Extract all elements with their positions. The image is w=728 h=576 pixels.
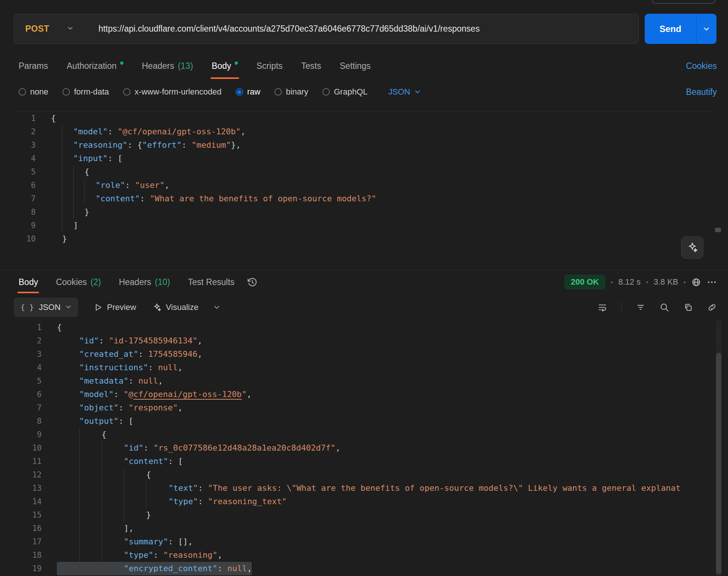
line-number: 10 xyxy=(11,232,36,246)
request-tab-authorization[interactable]: Authorization xyxy=(67,53,123,79)
language-selector[interactable]: JSON xyxy=(389,87,421,97)
method-selector[interactable]: POST xyxy=(14,14,86,44)
code-token: : [ xyxy=(108,152,123,165)
response-scrollbar-thumb[interactable] xyxy=(716,353,721,574)
cookies-link[interactable]: Cookies xyxy=(686,61,717,71)
code-token: : [], xyxy=(168,535,193,548)
code-token: : xyxy=(119,401,129,415)
status-badge: 200 OK xyxy=(564,275,605,289)
indent-guide xyxy=(57,388,68,401)
indent-guide xyxy=(135,468,146,481)
radio-label: raw xyxy=(247,87,260,97)
response-tab-cookies[interactable]: Cookies(2) xyxy=(56,271,101,293)
line-number: 11 xyxy=(11,455,42,468)
code-token: "id" xyxy=(124,441,144,455)
line-number: 5 xyxy=(11,165,36,179)
request-tab-settings[interactable]: Settings xyxy=(340,53,371,79)
line-number: 3 xyxy=(11,348,42,361)
line-number: 9 xyxy=(11,428,42,441)
tab-count: (10) xyxy=(155,277,170,287)
indent-guide xyxy=(68,401,79,415)
code-token: "@ xyxy=(123,388,133,401)
pane-splitter[interactable] xyxy=(0,270,728,271)
tab-label: Headers xyxy=(142,61,174,71)
indent-guide xyxy=(90,481,102,495)
code-line: 13"text": "The user asks: \"What are the… xyxy=(11,481,714,495)
visualize-button[interactable]: Visualize xyxy=(152,303,199,312)
partial-button[interactable] xyxy=(652,0,715,4)
code-token: null xyxy=(158,361,178,374)
send-options-button[interactable] xyxy=(696,26,716,32)
body-type-none[interactable]: none xyxy=(19,87,48,97)
more-views-button[interactable] xyxy=(213,304,220,311)
line-content: } xyxy=(51,205,89,219)
link-button[interactable] xyxy=(707,303,717,312)
code-token: "id" xyxy=(79,334,99,348)
url-input[interactable]: https://api.cloudflare.com/client/v4/acc… xyxy=(86,24,638,34)
response-tab-test-results[interactable]: Test Results xyxy=(188,271,235,293)
preview-button[interactable]: Preview xyxy=(94,303,136,312)
request-tab-body[interactable]: Body xyxy=(212,53,238,79)
response-tab-headers[interactable]: Headers(10) xyxy=(119,271,170,293)
line-content: "reasoning": {"effort": "medium"}, xyxy=(51,138,241,152)
indent-guide xyxy=(102,481,113,495)
indent-guide xyxy=(57,441,68,455)
line-number: 8 xyxy=(11,205,36,219)
code-token: ], xyxy=(124,522,134,535)
indent-guide xyxy=(62,179,73,192)
line-content: ], xyxy=(57,522,134,535)
indent-guide xyxy=(79,548,90,562)
response-history-button[interactable] xyxy=(247,277,257,287)
indent-guide xyxy=(79,428,90,441)
network-info-button[interactable] xyxy=(691,277,701,287)
indent-guide xyxy=(90,522,102,535)
wrap-text-button[interactable] xyxy=(597,303,607,312)
body-type-binary[interactable]: binary xyxy=(274,87,308,97)
filter-button[interactable] xyxy=(636,303,645,312)
request-tab-headers[interactable]: Headers(13) xyxy=(142,53,193,79)
body-type-form-data[interactable]: form-data xyxy=(62,87,109,97)
more-actions-button[interactable] xyxy=(707,277,717,287)
braces-icon: { } xyxy=(20,303,34,312)
send-button[interactable]: Send xyxy=(645,14,716,44)
copy-button[interactable] xyxy=(683,303,693,312)
body-type-graphql[interactable]: GraphQL xyxy=(322,87,368,97)
body-type-raw[interactable]: raw xyxy=(236,87,260,97)
indent-guide xyxy=(51,192,62,205)
indent-guide xyxy=(62,138,73,152)
indent-guide xyxy=(102,522,113,535)
line-content: "instructions": null, xyxy=(57,361,183,374)
response-format-selector[interactable]: { } JSON xyxy=(14,298,78,317)
request-tab-tests[interactable]: Tests xyxy=(301,53,321,79)
response-tab-body[interactable]: Body xyxy=(19,271,38,293)
indent-guide xyxy=(102,535,113,548)
request-tab-params[interactable]: Params xyxy=(19,53,48,79)
request-tab-scripts[interactable]: Scripts xyxy=(257,53,283,79)
indent-guide xyxy=(51,165,62,179)
indent-guide xyxy=(57,495,68,508)
indent-guide xyxy=(113,562,124,575)
indent-guide xyxy=(90,495,102,508)
code-line: 3"reasoning": {"effort": "medium"}, xyxy=(11,138,717,152)
indent-guide xyxy=(157,481,168,495)
request-tabs: ParamsAuthorizationHeaders(13)BodyScript… xyxy=(19,53,371,79)
code-token: "text" xyxy=(168,481,198,495)
code-line: 16], xyxy=(11,522,714,535)
postbot-button[interactable] xyxy=(681,236,703,259)
indent-guide xyxy=(57,522,68,535)
response-scrollbar[interactable] xyxy=(716,321,722,576)
search-button[interactable] xyxy=(660,303,669,312)
body-type-x-www-form-urlencoded[interactable]: x-www-form-urlencoded xyxy=(123,87,222,97)
indent-guide xyxy=(102,508,113,522)
line-content: } xyxy=(57,508,151,522)
indent-guide xyxy=(90,428,102,441)
request-editor-scrollbar-thumb[interactable] xyxy=(715,228,721,232)
line-number: 4 xyxy=(11,152,36,165)
beautify-link[interactable]: Beautify xyxy=(686,87,717,97)
line-content: "metadata": null, xyxy=(57,374,163,388)
code-token: : xyxy=(114,388,124,401)
request-body-editor[interactable]: 1{2"model": "@cf/openai/gpt-oss-120b",3"… xyxy=(11,111,717,247)
tab-label: Settings xyxy=(340,61,371,71)
code-line: 6"model": "@cf/openai/gpt-oss-120b", xyxy=(11,388,714,401)
indent-guide xyxy=(68,415,79,428)
